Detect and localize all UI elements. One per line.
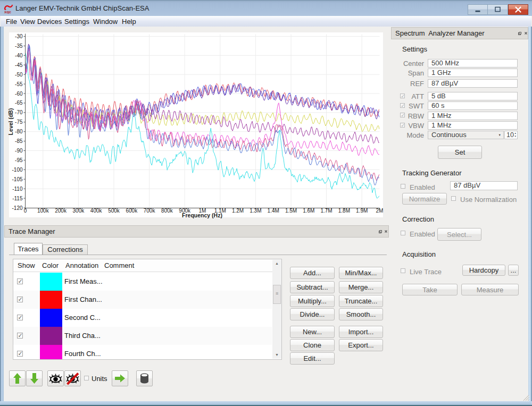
svg-text:0: 0 [24,208,27,214]
svg-text:1.4M: 1.4M [268,208,279,214]
svg-text:-95: -95 [15,157,23,163]
svg-text:400k: 400k [90,208,103,214]
svg-text:1.9M: 1.9M [356,208,368,214]
svg-text:700k: 700k [144,208,156,214]
svg-text:200k: 200k [55,208,67,214]
svg-text:Frequency (Hz): Frequency (Hz) [182,212,222,218]
svg-text:-40: -40 [15,53,23,58]
svg-text:300k: 300k [73,208,85,214]
svg-text:-85: -85 [15,138,23,144]
svg-text:-80: -80 [15,129,23,134]
svg-text:-120: -120 [12,205,22,211]
svg-text:1.3M: 1.3M [250,208,261,214]
svg-text:-35: -35 [15,43,23,49]
svg-text:1.5M: 1.5M [285,208,297,214]
svg-text:1.8M: 1.8M [338,208,350,214]
svg-text:-100: -100 [12,167,22,173]
svg-text:2M: 2M [376,208,384,214]
svg-text:-115: -115 [12,196,23,201]
svg-text:Level (dB): Level (dB) [7,108,14,136]
svg-text:-75: -75 [15,119,23,125]
svg-text:-30: -30 [15,33,23,39]
svg-text:-50: -50 [15,72,23,78]
svg-text:-90: -90 [15,148,23,154]
svg-text:-55: -55 [15,81,23,87]
svg-text:-70: -70 [15,109,23,115]
svg-text:1.2M: 1.2M [232,208,244,214]
svg-text:600k: 600k [126,208,138,214]
svg-text:-65: -65 [15,100,23,106]
svg-text:1.6M: 1.6M [303,208,314,214]
svg-text:100k: 100k [37,208,49,214]
svg-text:1.7M: 1.7M [320,208,332,214]
svg-text:500k: 500k [108,208,120,214]
svg-text:800k: 800k [161,208,173,214]
svg-text:-105: -105 [12,176,22,182]
svg-text:-110: -110 [12,186,23,192]
svg-text:-60: -60 [15,91,23,97]
svg-text:-45: -45 [15,62,23,68]
